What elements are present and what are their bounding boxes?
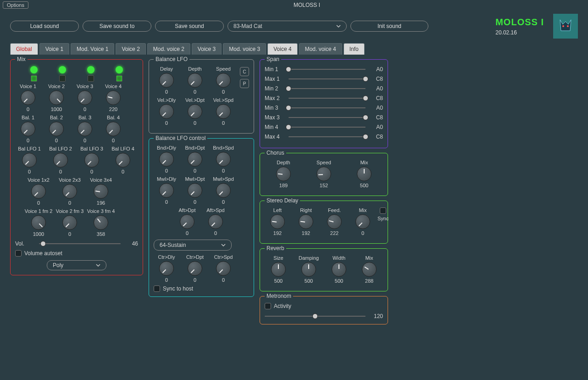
span-title: Span [265,56,281,62]
volume-autoset-checkbox[interactable] [15,250,22,257]
blfo-r2-2-knob[interactable] [216,104,231,119]
blfo-r1-2-knob[interactable] [216,73,231,88]
delay-0-knob[interactable] [270,214,285,229]
voice1-enable[interactable] [31,75,37,82]
metronom-panel: Metronom Activity 120 [260,296,388,324]
span-6-slider[interactable] [288,127,366,128]
span-0-slider[interactable] [288,69,366,70]
mix-bal-2-label: Bal. 3 [78,115,91,120]
mix-bal-2-knob[interactable] [78,122,92,136]
mix-fm-1-knob[interactable] [62,215,77,230]
span-7-slider[interactable] [288,136,366,137]
metronom-slider[interactable] [265,316,366,317]
reverb-2-knob[interactable] [332,262,346,277]
poly-value: Poly [53,262,63,268]
blfo-r1-0-knob[interactable] [159,73,174,88]
blc-r2-0-knob[interactable] [159,183,174,198]
reverb-3-knob[interactable] [362,262,377,277]
blfo-r2-1-knob[interactable] [188,104,202,119]
delay-3-knob[interactable] [355,214,370,229]
mix-ballfo-1-knob[interactable] [53,153,68,168]
reverb-3-value: 288 [365,278,373,284]
tab-mod-voice4[interactable]: Mod. voice 4 [299,43,342,55]
delay-1-knob[interactable] [299,214,313,229]
reverb-0-knob[interactable] [271,262,286,277]
span-5-slider[interactable] [288,117,366,118]
load-sound-button[interactable]: Load sound [10,21,79,32]
span-4-slider[interactable] [288,107,366,108]
blfo-r1-1-knob[interactable] [188,73,202,88]
voice3-enable[interactable] [88,75,94,82]
span-3-slider[interactable] [288,98,366,99]
voice2-enable[interactable] [59,75,66,82]
poly-select[interactable]: Poly [47,260,106,270]
span-1-slider[interactable] [288,78,366,79]
blc-r4-0-knob[interactable] [159,261,174,276]
tab-mod-voice3[interactable]: Mod. voice 3 [223,43,266,55]
balance-lfo-control-panel: Balance LFO control Bnd>Dly 0 Bnd>Dpt 0 … [149,138,254,297]
delay-2-knob[interactable] [327,214,342,229]
blc-r3-0-knob[interactable] [180,214,194,229]
options-button[interactable]: Options [3,1,28,9]
balance-lfo-p-button[interactable]: P [240,79,249,88]
tabs: Global Voice 1 Mod. Voice 1 Voice 2 Mod.… [0,40,588,55]
mix-xmod-2-knob[interactable] [94,184,108,199]
blc-r2-2-label: Mwl>Spd [213,176,234,182]
mix-ballfo-3-knob[interactable] [116,153,130,168]
mix-voice-2-knob[interactable] [78,90,92,105]
init-sound-button[interactable]: Init sound [350,21,428,32]
mix-panel: Mix Voice 1 0 Voice 2 1000 Voice 3 0 Voi… [10,59,143,275]
save-sound-to-button[interactable]: Save sound to [83,21,151,32]
balance-lfo-c-button[interactable]: C [240,67,249,76]
tab-info[interactable]: Info [344,43,365,55]
delay-sync-checkbox[interactable] [380,207,386,214]
blc-r1-1-knob[interactable] [188,152,202,167]
preset-select[interactable]: 83-Mad Cat [227,21,347,32]
metronom-activity-checkbox[interactable] [265,303,271,309]
span-2-slider[interactable] [288,88,366,89]
chorus-2-knob[interactable] [357,167,372,181]
vol-slider[interactable] [39,243,121,244]
reverb-0-value: 500 [274,278,283,284]
save-sound-button[interactable]: Save sound [155,21,224,32]
tab-voice1[interactable]: Voice 1 [39,43,69,55]
reverb-1-knob[interactable] [301,262,316,277]
blc-r3-1-knob[interactable] [208,214,223,229]
blc-r2-2-knob[interactable] [216,183,231,198]
blfo-r2-0-knob[interactable] [159,104,174,119]
tab-mod-voice1[interactable]: Mod. Voice 1 [71,43,114,55]
mix-fm-0-knob[interactable] [31,215,46,230]
tab-mod-voice2[interactable]: Mod. voice 2 [147,43,190,55]
mix-ballfo-0-knob[interactable] [22,153,37,168]
mix-voice-1-knob[interactable] [49,90,64,105]
mix-fm-2-knob[interactable] [94,215,108,230]
span-5-label: Max 3 [265,114,285,121]
balance-lfo-title: Balance LFO [154,56,189,62]
mix-ballfo-2-knob[interactable] [84,153,99,168]
sync-to-host-checkbox[interactable] [154,285,160,292]
controller-select[interactable]: 64-Sustain [154,240,232,251]
mix-ballfo-3-value: 0 [122,169,124,174]
tab-voice2[interactable]: Voice 2 [116,43,145,55]
blc-r4-2-knob[interactable] [216,261,231,276]
blc-r1-2-knob[interactable] [216,152,231,167]
tab-voice3[interactable]: Voice 3 [192,43,222,55]
tab-voice4[interactable]: Voice 4 [267,43,297,55]
blc-r1-0-knob[interactable] [159,152,174,167]
reverb-0-label: Size [273,255,283,261]
tab-global[interactable]: Global [10,43,38,55]
mix-xmod-1-knob[interactable] [62,184,77,199]
chorus-2-label: Mix [360,160,368,165]
mix-voice-0-knob[interactable] [21,90,35,105]
chorus-0-knob[interactable] [276,167,291,181]
mix-bal-0-knob[interactable] [21,122,35,136]
blc-r2-1-knob[interactable] [188,183,202,198]
chorus-1-knob[interactable] [316,167,331,181]
mix-bal-1-knob[interactable] [49,122,64,136]
brand-name: MOLOSS I [495,17,544,28]
mix-xmod-0-knob[interactable] [31,184,46,199]
mix-voice-3-knob[interactable] [106,90,121,105]
blc-r4-1-knob[interactable] [188,261,202,276]
voice4-enable[interactable] [116,75,122,82]
mix-bal-3-knob[interactable] [106,122,121,136]
